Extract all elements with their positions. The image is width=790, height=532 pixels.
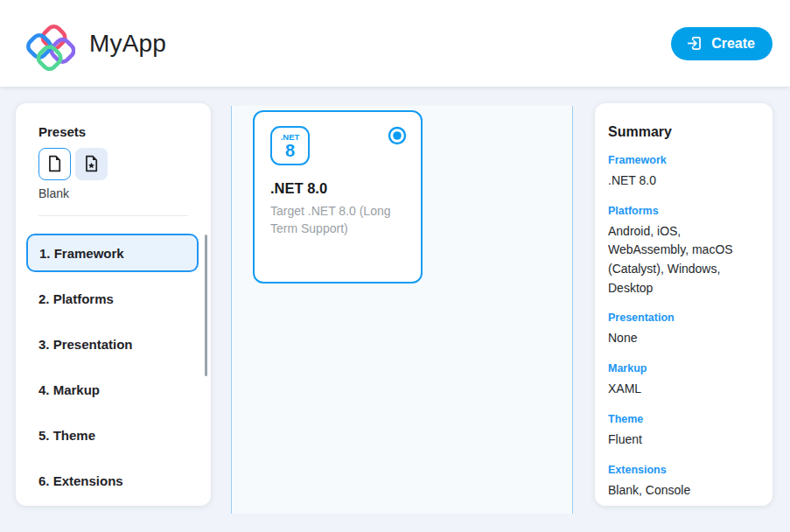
summary-label-platforms: Platforms (608, 205, 759, 217)
framework-option-card[interactable]: .NET 8 .NET 8.0 Target .NET 8.0 (Long Te… (253, 110, 423, 284)
preset-selected-label: Blank (38, 186, 188, 200)
create-button[interactable]: Create (671, 27, 773, 60)
summary-label-extensions: Extensions (608, 464, 759, 476)
radio-selected-icon[interactable] (388, 126, 407, 145)
create-button-label: Create (711, 36, 755, 52)
step-presentation[interactable]: 3. Presentation (16, 325, 211, 363)
step-theme[interactable]: 5. Theme (16, 416, 211, 454)
sidebar-scrollbar[interactable] (205, 234, 207, 376)
summary-label-presentation: Presentation (608, 312, 759, 324)
summary-heading: Summary (608, 124, 759, 140)
presets-section: Presets Blank (16, 103, 211, 216)
summary-value-presentation: None (608, 329, 757, 348)
step-extensions[interactable]: 6. Extensions (16, 461, 211, 500)
step-platforms[interactable]: 2. Platforms (16, 279, 211, 318)
framework-card-description: Target .NET 8.0 (Long Term Support) (270, 202, 416, 238)
summary-value-platforms: Android, iOS, WebAssembly, macOS (Cataly… (608, 222, 757, 298)
app-header: MyApp Create (0, 0, 790, 87)
summary-panel: Summary Framework .NET 8.0 Platforms And… (595, 103, 773, 506)
summary-value-extensions: Blank, Console (608, 481, 757, 500)
app-logo-icon (24, 17, 75, 71)
step-framework[interactable]: 1. Framework (26, 234, 199, 272)
page-title: MyApp (89, 30, 166, 58)
step-markup[interactable]: 4. Markup (16, 370, 211, 409)
preset-recommended-button[interactable] (75, 148, 108, 180)
summary-value-framework: .NET 8.0 (608, 172, 757, 191)
enter-icon (685, 34, 703, 52)
blank-file-icon (45, 154, 65, 174)
summary-label-theme: Theme (608, 413, 759, 425)
presets-heading: Presets (38, 124, 188, 139)
summary-label-markup: Markup (608, 362, 759, 374)
framework-card-title: .NET 8.0 (270, 180, 407, 197)
framework-options-pane: .NET 8 .NET 8.0 Target .NET 8.0 (Long Te… (231, 106, 573, 514)
wizard-sidebar: Presets Blank (16, 103, 211, 506)
starred-file-icon (81, 154, 101, 174)
summary-value-theme: Fluent (608, 430, 757, 450)
wizard-steps: 1. Framework 2. Platforms 3. Presentatio… (16, 234, 211, 500)
presets-divider (38, 215, 188, 216)
badge-number-label: 8 (285, 142, 295, 159)
dotnet8-badge-icon: .NET 8 (270, 126, 310, 165)
summary-value-markup: XAML (608, 380, 757, 399)
preset-blank-button[interactable] (38, 148, 71, 180)
badge-top-label: .NET (281, 133, 300, 142)
summary-label-framework: Framework (608, 154, 759, 166)
